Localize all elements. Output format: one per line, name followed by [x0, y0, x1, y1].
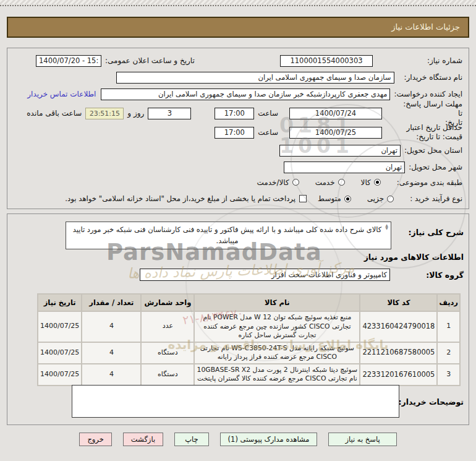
table-header-row: ردیف کد کالا نام کالا واحد شمارش تعداد /… [38, 294, 460, 311]
cell-row-number: 1 [437, 311, 460, 342]
treasury-checkbox[interactable] [299, 195, 307, 202]
price-validity-date-input[interactable] [289, 127, 382, 139]
table-row: 2 2211210687580005 سوئیچ شبکه رایانه مدل… [38, 342, 460, 364]
back-button[interactable]: بازگشت [123, 433, 163, 446]
subject-class-label: طبقه بندی موضوعی: [397, 178, 462, 187]
col-header-quantity: تعداد / مقدار [82, 294, 141, 311]
cell-goods-code: 2211210687580005 [360, 342, 437, 364]
goods-info-heading: اطلاعات کالاهای مورد نیاز [364, 252, 464, 262]
delivery-city-input[interactable] [284, 162, 405, 173]
cell-goods-code: 4233160424790018 [360, 311, 437, 342]
request-creator-label: ایجاد کننده درخواست: [394, 90, 462, 98]
table-row: 1 4233160424790018 منبع تغذیه سوئیچ شبکه… [38, 311, 460, 342]
radio-option-goods[interactable]: کالا [361, 178, 381, 187]
radio-option-minor[interactable]: جزیی [367, 194, 394, 203]
cell-quantity: 4 [82, 342, 141, 364]
days-remaining-input[interactable] [148, 108, 191, 119]
process-type-label: نوع فرآیند خرید : [410, 194, 462, 203]
buyer-contact-link[interactable]: اطلاعات تماس خریدار [27, 90, 96, 98]
need-info-panel: شماره نیاز: تاریخ و ساعت اعلان عمومی: نا… [7, 48, 469, 209]
buyer-notes-label: توضیحات خریدار: [398, 397, 464, 407]
goods-info-panel: شرح کلی نیاز: کالای شرح داده شده کلی میب… [7, 213, 469, 425]
reply-deadline-date-input[interactable] [289, 108, 382, 119]
request-creator-input[interactable] [101, 88, 390, 100]
need-description-text: کالای شرح داده شده کلی میباشد و با ارائه… [73, 225, 382, 245]
buyer-org-input[interactable] [116, 72, 394, 84]
delivery-city-label: شهر محل تحویل: [409, 163, 462, 171]
radio-icon[interactable] [387, 196, 394, 202]
radio-icon[interactable] [374, 179, 381, 186]
dotted-separator [0, 5, 476, 6]
countdown-timer: 23:51:15 [85, 108, 124, 119]
scrollbar[interactable]: ▲▼ [384, 223, 389, 230]
cell-quantity: 4 [82, 311, 141, 342]
reply-deadline-time-input[interactable] [215, 108, 254, 119]
view-attachments-button[interactable]: مشاهده مدارک پیوستی (1) [220, 433, 318, 446]
cell-unit: عدد [141, 311, 194, 342]
page-title: جزئیات اطلاعات نیاز [8, 18, 468, 36]
need-description-label: شرح کلی نیاز: [409, 228, 464, 237]
need-number-label: شماره نیاز: [427, 56, 462, 65]
cell-row-number: 3 [437, 364, 460, 386]
cell-goods-name: سوئیچ شبکه رایانه مدل WS-C3850-24T-S نام… [194, 342, 360, 364]
cell-row-number: 2 [437, 342, 460, 364]
remaining-label: ساعت باقی مانده [27, 109, 82, 118]
treasury-checkbox-label: پرداخت تمام یا بخشی از مبلغ خرید،از محل … [65, 194, 295, 203]
procurement-detail-page: جزئیات اطلاعات نیاز شماره نیاز: تاریخ و … [0, 0, 476, 461]
cell-need-date: 1400/07/25 [38, 342, 82, 364]
radio-icon[interactable] [292, 179, 299, 186]
cell-quantity: 4 [82, 364, 141, 386]
table-row: 3 2233120167610005 سوئیچ دیتا شبکه اینتر… [38, 364, 460, 386]
radio-icon[interactable] [344, 196, 351, 202]
radio-option-medium[interactable]: متوسط [318, 194, 351, 203]
days-label: روز و [127, 109, 144, 118]
cell-unit: دستگاه [141, 364, 194, 386]
delivery-province-input[interactable] [279, 145, 401, 157]
reply-hour-label: ساعت [258, 109, 278, 118]
radio-option-service[interactable]: خدمت [315, 178, 345, 187]
col-header-goods-code: کد کالا [360, 294, 437, 311]
cell-need-date: 1400/07/25 [38, 311, 82, 342]
exit-button[interactable]: خروج [79, 433, 111, 446]
col-header-unit: واحد شمارش [141, 294, 194, 311]
buyer-org-label: نام دستگاه خریدار: [404, 73, 463, 82]
delivery-province-label: استان محل تحویل: [404, 146, 462, 155]
price-validity-time-input[interactable] [215, 127, 254, 139]
page-title-bar: جزئیات اطلاعات نیاز [7, 17, 469, 38]
need-description-box[interactable]: کالای شرح داده شده کلی میباشد و با ارائه… [66, 222, 391, 249]
cell-goods-code: 2233120167610005 [360, 364, 437, 386]
goods-group-input[interactable]: کامپیوتر و فناوری اطلاعات-سخت افزار [140, 269, 390, 281]
need-number-input[interactable] [280, 55, 373, 67]
goods-table: ردیف کد کالا نام کالا واحد شمارش تعداد /… [37, 293, 461, 386]
cell-goods-name: سوئیچ دیتا شبکه اینترنال 2 پورت مدل 10GB… [194, 364, 360, 386]
reply-to-need-button[interactable]: پاسخ به نیاز [328, 433, 396, 446]
radio-icon[interactable] [338, 179, 345, 186]
announce-datetime-label: تاریخ و ساعت اعلان عمومی: [105, 56, 195, 65]
goods-group-label: گروه کالا: [426, 270, 464, 280]
col-header-need-date: تاریخ نیاز [38, 294, 82, 311]
col-header-goods-name: نام کالا [194, 294, 360, 311]
announce-datetime-input[interactable] [36, 55, 101, 67]
col-header-row-number: ردیف [437, 294, 460, 311]
action-button-row: پاسخ به نیاز مشاهده مدارک پیوستی (1) چاپ… [0, 433, 476, 446]
cell-need-date: 1400/07/25 [38, 364, 82, 386]
print-button[interactable]: چاپ [174, 433, 208, 446]
cell-unit: دستگاه [141, 342, 194, 364]
price-validity-label: حداقل تاریخ اعتبار قیمت: تا تاریخ: [398, 123, 462, 142]
cell-goods-name: منبع تغذیه سوئیچ شبکه توان 12 W مدل POWE… [194, 311, 360, 342]
price-validity-hour-label: ساعت [258, 128, 278, 137]
buyer-notes-box[interactable] [72, 385, 399, 418]
radio-option-goods-service[interactable]: کالا/خدمت [257, 178, 299, 187]
top-texture-strip [0, 0, 476, 4]
